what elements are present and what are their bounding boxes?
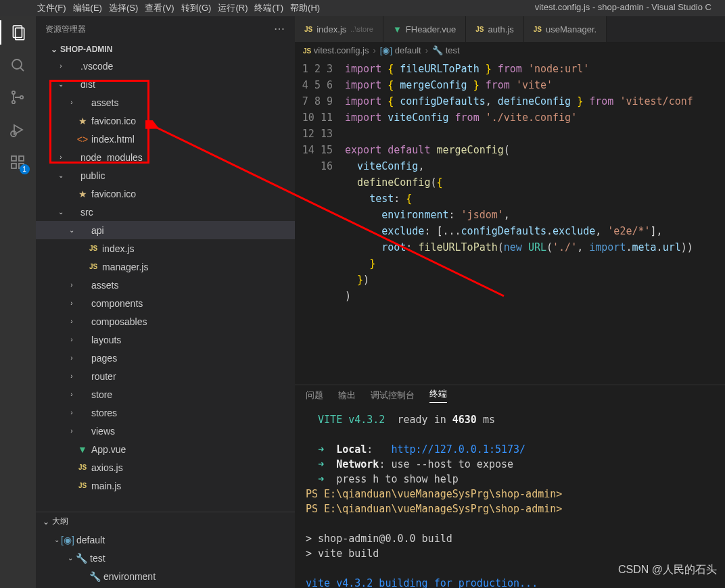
tree-item[interactable]: ★favicon.ico	[36, 112, 295, 130]
menu-run[interactable]: 运行(R)	[218, 2, 248, 14]
file-tree[interactable]: ›.vscode⌄dist›assets★favicon.ico<>index.…	[36, 57, 295, 512]
terminal-tab[interactable]: 调试控制台	[371, 389, 415, 401]
menu-goto[interactable]: 转到(G)	[181, 2, 212, 14]
tree-item[interactable]: ⌄public	[36, 166, 295, 185]
activity-bar: 1	[0, 16, 36, 588]
window-title: vitest.config.js - shop-admin - Visual S…	[535, 2, 711, 12]
outline-header[interactable]: ⌄大纲	[36, 512, 295, 531]
tree-item[interactable]: ★favicon.ico	[36, 185, 295, 203]
source-control-icon[interactable]	[9, 89, 27, 107]
tree-item[interactable]: ⌄api	[36, 221, 295, 239]
tree-item[interactable]: JSmanager.js	[36, 258, 295, 276]
tree-item[interactable]: ›assets	[36, 276, 295, 294]
search-icon[interactable]	[9, 57, 27, 74]
svg-point-5	[11, 101, 14, 103]
extensions-badge: 1	[20, 164, 30, 174]
tree-item[interactable]: <>index.html	[36, 130, 295, 148]
menu-help[interactable]: 帮助(H)	[290, 2, 320, 14]
crumb-item[interactable]: JS vitest.config.js	[303, 45, 369, 55]
menu-file[interactable]: 文件(F)	[37, 2, 66, 14]
tree-item[interactable]: ⌄dist	[36, 75, 295, 93]
tree-item[interactable]: JSaxios.js	[36, 458, 295, 476]
editor-tab[interactable]: JSauth.js	[466, 16, 524, 42]
tree-item[interactable]: ›composables	[36, 312, 295, 330]
outline-item[interactable]: 🔧environment	[36, 567, 295, 585]
svg-point-6	[20, 96, 22, 99]
terminal-output[interactable]: VITE v4.3.2 ready in 4630 ms ➜ Local: ht…	[295, 406, 725, 588]
terminal-tab[interactable]: 输出	[338, 389, 356, 401]
editor-area: JSindex.js..\store▼FHeader.vueJSauth.jsJ…	[295, 16, 725, 588]
svg-line-3	[20, 68, 24, 71]
svg-point-4	[11, 91, 14, 94]
editor-tab[interactable]: JSuseManager.	[524, 16, 607, 42]
outline-item[interactable]: ⌄[◉]default	[36, 531, 295, 549]
svg-rect-10	[11, 164, 16, 168]
line-numbers: 1 2 3 4 5 6 7 8 9 10 11 12 13 14 15 16	[295, 58, 345, 385]
crumb-item[interactable]: 🔧 test	[432, 45, 460, 55]
extensions-icon[interactable]: 1	[9, 154, 27, 172]
menu-bar: 文件(F) 编辑(E) 选择(S) 查看(V) 转到(G) 运行(R) 终端(T…	[0, 0, 725, 16]
sidebar-more-icon[interactable]: ···	[275, 24, 285, 34]
menu-terminal[interactable]: 终端(T)	[254, 2, 283, 14]
editor-tabs[interactable]: JSindex.js..\store▼FHeader.vueJSauth.jsJ…	[295, 16, 725, 42]
tree-item[interactable]: ›assets	[36, 93, 295, 112]
terminal-tabs[interactable]: 问题输出调试控制台终端	[295, 385, 725, 406]
terminal-tab[interactable]: 问题	[306, 389, 323, 401]
outline-tree[interactable]: ⌄[◉]default⌄🔧test🔧environment	[36, 531, 295, 588]
tree-item[interactable]: ›store	[36, 385, 295, 403]
code-content[interactable]: import { fileURLToPath } from 'node:url'…	[345, 58, 725, 385]
svg-rect-12	[19, 156, 24, 161]
explorer-icon[interactable]	[9, 24, 27, 42]
sidebar-title: 资源管理器	[45, 24, 86, 35]
svg-marker-7	[14, 125, 22, 134]
tree-item[interactable]: ›node_modules	[36, 148, 295, 166]
tree-item[interactable]: JSindex.js	[36, 239, 295, 258]
terminal-panel: 问题输出调试控制台终端 VITE v4.3.2 ready in 4630 ms…	[295, 385, 725, 588]
editor-tab[interactable]: ▼FHeader.vue	[383, 16, 466, 42]
crumb-item[interactable]: [◉] default	[380, 45, 421, 55]
tree-item[interactable]: ›layouts	[36, 330, 295, 349]
menu-edit[interactable]: 编辑(E)	[73, 2, 102, 14]
tree-item[interactable]: ›views	[36, 422, 295, 440]
tree-item[interactable]: ›stores	[36, 403, 295, 422]
breadcrumb[interactable]: JS vitest.config.js›[◉] default›🔧 test	[295, 42, 725, 58]
editor-tab[interactable]: JSindex.js..\store	[295, 16, 383, 42]
tree-item[interactable]: ›.vscode	[36, 57, 295, 75]
watermark: CSDN @人民的石头	[618, 563, 717, 577]
menu-view[interactable]: 查看(V)	[145, 2, 174, 14]
tree-item[interactable]: ▼App.vue	[36, 440, 295, 458]
outline-item[interactable]: ⌄🔧test	[36, 549, 295, 567]
project-name: SHOP-ADMIN	[60, 45, 112, 54]
tree-item[interactable]: ›router	[36, 367, 295, 385]
svg-point-2	[12, 59, 22, 69]
tree-item[interactable]: JSmain.js	[36, 476, 295, 495]
sidebar: 资源管理器 ··· ⌄SHOP-ADMIN ›.vscode⌄dist›asse…	[36, 16, 295, 588]
debug-icon[interactable]	[9, 122, 27, 139]
svg-rect-9	[11, 156, 16, 161]
project-header[interactable]: ⌄SHOP-ADMIN	[36, 42, 295, 57]
tree-item[interactable]: ⌄src	[36, 203, 295, 221]
terminal-tab[interactable]: 终端	[429, 388, 447, 403]
tree-item[interactable]: ›components	[36, 294, 295, 312]
menu-select[interactable]: 选择(S)	[109, 2, 138, 14]
tree-item[interactable]: ›pages	[36, 349, 295, 367]
code-editor[interactable]: 1 2 3 4 5 6 7 8 9 10 11 12 13 14 15 16 i…	[295, 58, 725, 385]
